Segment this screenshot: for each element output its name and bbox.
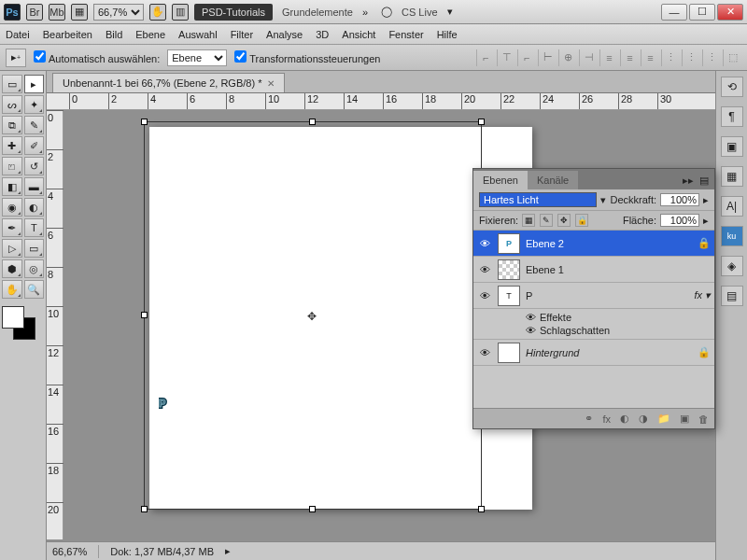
type-tool[interactable]: T: [24, 218, 45, 237]
workspace-tab-grund[interactable]: Grundelemente: [278, 7, 357, 18]
transform-controls-checkbox[interactable]: Transformationssteuerungen: [234, 50, 380, 64]
lock-all-icon[interactable]: 🔒: [575, 214, 588, 227]
layer-row[interactable]: 👁 Hintergrund 🔒: [473, 340, 714, 366]
menu-bild[interactable]: Bild: [106, 29, 122, 40]
lock-pos-icon[interactable]: ✥: [557, 214, 571, 227]
status-menu-icon[interactable]: ▸: [225, 545, 231, 557]
dock-character-icon[interactable]: A|: [721, 196, 743, 217]
menu-filter[interactable]: Filter: [231, 29, 253, 40]
align-top-icon[interactable]: ⌐: [476, 49, 495, 66]
menu-ansicht[interactable]: Ansicht: [342, 29, 375, 40]
menu-fenster[interactable]: Fenster: [388, 29, 423, 40]
hand-icon[interactable]: ✋: [149, 4, 166, 21]
fx-menu-icon[interactable]: fx: [602, 413, 611, 425]
fx-badge[interactable]: fx ▾: [694, 289, 711, 301]
trash-icon[interactable]: 🗑: [698, 413, 709, 425]
workspace-tab-psd[interactable]: PSD-Tutorials: [194, 4, 273, 21]
dodge-tool[interactable]: ◐: [24, 198, 45, 217]
handle-bm[interactable]: [309, 506, 316, 512]
layer-name[interactable]: Hintergrund: [526, 347, 692, 358]
stamp-tool[interactable]: ⏍: [2, 157, 22, 175]
lock-transp-icon[interactable]: ▦: [522, 214, 535, 227]
visibility-icon[interactable]: 👁: [477, 290, 492, 301]
opacity-input[interactable]: 100%: [660, 193, 699, 206]
zoom-tool[interactable]: 🔍: [24, 280, 45, 299]
transform-center-icon[interactable]: ✥: [307, 310, 317, 323]
minimize-button[interactable]: —: [661, 4, 687, 21]
cslive-button[interactable]: CS Live: [398, 7, 442, 18]
menu-hilfe[interactable]: Hilfe: [437, 29, 458, 40]
screen-mode-icon[interactable]: ▦: [71, 4, 88, 21]
more-workspaces-icon[interactable]: »: [362, 7, 368, 18]
move-tool[interactable]: ▸: [24, 75, 45, 93]
handle-bl[interactable]: [141, 506, 148, 512]
handle-tr[interactable]: [478, 119, 485, 125]
heal-tool[interactable]: ✚: [2, 136, 22, 155]
mask-icon[interactable]: ◐: [620, 413, 629, 425]
blend-mode-select[interactable]: Hartes Licht: [479, 192, 597, 207]
layer-row[interactable]: 👁 P Ebene 2 🔒: [473, 231, 714, 257]
layer-row[interactable]: 👁 Ebene 1: [473, 257, 714, 283]
effect-item[interactable]: Schlagschatten: [540, 325, 610, 336]
dock-kuler-icon[interactable]: ku: [721, 226, 743, 246]
menu-analyse[interactable]: Analyse: [266, 29, 303, 40]
pen-tool[interactable]: ✒: [2, 218, 22, 237]
menu-bearbeiten[interactable]: Bearbeiten: [43, 29, 92, 40]
auto-select-target[interactable]: Ebene: [167, 49, 227, 66]
transform-box[interactable]: ✥: [144, 121, 482, 510]
hand-tool[interactable]: ✋: [2, 280, 22, 299]
layer-name[interactable]: P: [526, 290, 688, 301]
arrange-icon[interactable]: ▥: [172, 4, 189, 21]
handle-ml[interactable]: [141, 312, 148, 318]
panel-collapse-icon[interactable]: ▸▸: [683, 175, 694, 187]
eyedropper-tool[interactable]: ✎: [24, 116, 45, 134]
menu-3d[interactable]: 3D: [316, 29, 329, 40]
visibility-icon[interactable]: 👁: [477, 238, 492, 249]
shape-tool[interactable]: ▭: [24, 239, 45, 258]
maximize-button[interactable]: ☐: [689, 4, 715, 21]
group-icon[interactable]: 📁: [657, 413, 670, 425]
tab-kanaele[interactable]: Kanäle: [528, 171, 578, 189]
dock-history-icon[interactable]: ⟲: [721, 77, 743, 97]
auto-select-checkbox[interactable]: Automatisch auswählen:: [34, 50, 160, 64]
visibility-icon[interactable]: 👁: [477, 347, 492, 358]
wand-tool[interactable]: ✦: [24, 95, 45, 114]
layer-thumb[interactable]: [498, 259, 520, 280]
dock-layers-icon[interactable]: ◈: [721, 256, 743, 276]
visibility-icon[interactable]: 👁: [477, 264, 492, 275]
effects-label[interactable]: Effekte: [540, 312, 571, 323]
menu-auswahl[interactable]: Auswahl: [178, 29, 218, 40]
document-tab[interactable]: Unbenannt-1 bei 66,7% (Ebene 2, RGB/8) *…: [52, 73, 285, 92]
blur-tool[interactable]: ◉: [2, 198, 22, 217]
gradient-tool[interactable]: ▬: [24, 177, 45, 196]
layer-name[interactable]: Ebene 1: [526, 264, 711, 275]
dock-actions-icon[interactable]: ▣: [721, 136, 743, 157]
handle-tl[interactable]: [141, 119, 148, 125]
layer-name[interactable]: Ebene 2: [526, 238, 692, 249]
dock-channels-icon[interactable]: ▤: [721, 286, 743, 306]
layer-thumb[interactable]: P: [498, 233, 520, 254]
3d-tool[interactable]: ⬢: [2, 259, 22, 278]
3d-camera-tool[interactable]: ◎: [24, 259, 45, 278]
menu-datei[interactable]: Datei: [6, 29, 30, 40]
dock-swatches-icon[interactable]: ▦: [721, 166, 743, 187]
minibridge-icon[interactable]: Mb: [49, 4, 65, 21]
panel-menu-icon[interactable]: ▤: [699, 175, 709, 187]
zoom-select[interactable]: 66,7%: [93, 4, 144, 21]
close-tab-icon[interactable]: ✕: [267, 78, 275, 89]
layer-thumb[interactable]: T: [498, 286, 520, 306]
eraser-tool[interactable]: ◧: [2, 177, 22, 196]
move-tool-icon[interactable]: ▸+: [6, 49, 26, 67]
lock-pixels-icon[interactable]: ✎: [540, 214, 553, 227]
new-layer-icon[interactable]: ▣: [680, 413, 689, 425]
tab-ebenen[interactable]: Ebenen: [473, 171, 528, 189]
menu-ebene[interactable]: Ebene: [135, 29, 165, 40]
zoom-readout[interactable]: 66,67%: [52, 546, 87, 557]
close-button[interactable]: ✕: [717, 4, 743, 21]
history-brush-tool[interactable]: ↺: [24, 157, 45, 175]
crop-tool[interactable]: ⧉: [2, 116, 22, 134]
adjustment-icon[interactable]: ◑: [639, 413, 648, 425]
layer-thumb[interactable]: [498, 343, 520, 363]
marquee-tool[interactable]: ▭: [2, 75, 22, 93]
brush-tool[interactable]: ✐: [24, 136, 45, 155]
